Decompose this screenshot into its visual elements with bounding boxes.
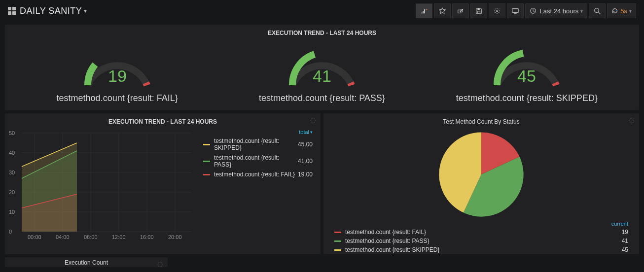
share-button[interactable] (452, 3, 469, 18)
svg-point-14 (595, 8, 599, 13)
series-color-swatch (334, 232, 341, 233)
dashboard-grid-icon[interactable] (8, 7, 16, 15)
legend-row[interactable]: testmethod.count {result: FAIL} 19.00 (200, 170, 316, 179)
series-color-swatch (334, 240, 341, 242)
svg-text:41: 41 (313, 67, 331, 85)
refresh-caret-icon: ▾ (629, 8, 632, 14)
svg-rect-9 (478, 11, 480, 13)
gauge-pass: 41 testmethod.count {result: PASS} (238, 43, 406, 103)
save-button[interactable] (470, 3, 487, 18)
legend-sort-total[interactable]: total (299, 129, 313, 135)
title-dropdown-caret-icon[interactable]: ▾ (84, 7, 87, 14)
pie-legend: current testmethod.count {result: FAIL} … (331, 221, 631, 254)
svg-point-11 (497, 10, 499, 12)
svg-rect-2 (8, 11, 11, 15)
time-range-label: Last 24 hours (539, 7, 578, 15)
star-button[interactable] (434, 3, 451, 18)
gauge-skipped: 45 testmethod.count {result: SKIPPED} (443, 43, 610, 103)
svg-text:19: 19 (108, 67, 127, 85)
svg-text:10: 10 (9, 209, 15, 215)
panel-menu-icon[interactable]: ◌ (310, 116, 316, 124)
svg-rect-1 (12, 7, 16, 10)
svg-rect-3 (12, 11, 16, 15)
legend-row[interactable]: testmethod.count {result: PASS} 41 (331, 237, 631, 245)
svg-text:40: 40 (9, 150, 15, 156)
cycle-view-button[interactable] (507, 3, 524, 18)
legend-row[interactable]: testmethod.count {result: SKIPPED} 45 (331, 245, 631, 254)
panel-title: Execution Count (5, 257, 168, 268)
svg-text:45: 45 (517, 67, 536, 85)
svg-rect-4 (422, 13, 423, 14)
dashboard-title[interactable]: DAILY SANITY (20, 6, 82, 16)
panel-title: EXECUTION TREND - LAST 24 HOURS (5, 113, 321, 128)
svg-rect-10 (478, 8, 480, 10)
svg-rect-12 (512, 9, 518, 13)
svg-text:30: 30 (9, 170, 15, 175)
pie-chart (437, 130, 526, 219)
panel-title: Test Method Count By Status (323, 113, 639, 128)
panel-title: EXECUTION TREND - LAST 24 HOURS (5, 25, 639, 39)
series-color-swatch (203, 144, 210, 145)
svg-rect-6 (424, 9, 425, 14)
panel-menu-icon[interactable]: ◌ (629, 116, 634, 124)
time-range-caret-icon: ▾ (580, 8, 583, 14)
add-panel-button[interactable]: + (416, 3, 432, 18)
series-color-swatch (203, 161, 210, 162)
panel-execution-trend: ◌ EXECUTION TREND - LAST 24 HOURS (5, 113, 321, 254)
svg-text:50: 50 (9, 130, 15, 136)
svg-text:04:00: 04:00 (56, 234, 70, 240)
gauge-label: testmethod.count {result: PASS} (238, 93, 406, 103)
panel-pie-status: ◌ Test Method Count By Status current te… (323, 113, 639, 254)
legend-row[interactable]: testmethod.count {result: FAIL} 19 (331, 228, 631, 237)
svg-text:16:00: 16:00 (140, 234, 154, 240)
svg-rect-0 (8, 7, 11, 10)
legend-row[interactable]: testmethod.count {result: SKIPPED} 45.00 (200, 136, 316, 153)
gauge-fail: 19 testmethod.count {result: FAIL} (34, 43, 201, 103)
panel-menu-icon[interactable]: ◌ (157, 260, 163, 268)
svg-text:00:00: 00:00 (28, 234, 41, 240)
svg-text:+: + (426, 7, 428, 12)
settings-button[interactable] (489, 3, 505, 18)
gauge-label: testmethod.count {result: FAIL} (34, 93, 201, 103)
refresh-button[interactable]: 5s ▾ (607, 3, 636, 18)
panel-execution-count: ◌ Execution Count (5, 257, 168, 267)
svg-rect-5 (423, 11, 424, 13)
panel-gauges: EXECUTION TREND - LAST 24 HOURS 19 testm… (5, 25, 639, 110)
trend-chart: 0 10 20 30 40 50 00:00 04:00 08:00 12:00… (7, 128, 194, 241)
gauge-label: testmethod.count {result: SKIPPED} (443, 93, 610, 103)
svg-text:0: 0 (9, 229, 12, 235)
trend-legend: total testmethod.count {result: SKIPPED}… (194, 128, 316, 241)
svg-text:20:00: 20:00 (168, 234, 182, 240)
refresh-interval-label: 5s (620, 7, 627, 15)
series-color-swatch (334, 249, 341, 251)
series-color-swatch (203, 174, 210, 175)
svg-text:12:00: 12:00 (112, 234, 126, 240)
time-range-button[interactable]: Last 24 hours ▾ (525, 3, 587, 18)
svg-text:20: 20 (9, 189, 15, 195)
zoom-out-button[interactable] (589, 3, 606, 18)
svg-text:08:00: 08:00 (84, 234, 98, 240)
legend-row[interactable]: testmethod.count {result: PASS} 41.00 (200, 153, 316, 170)
legend-header-current[interactable]: current (611, 221, 628, 227)
